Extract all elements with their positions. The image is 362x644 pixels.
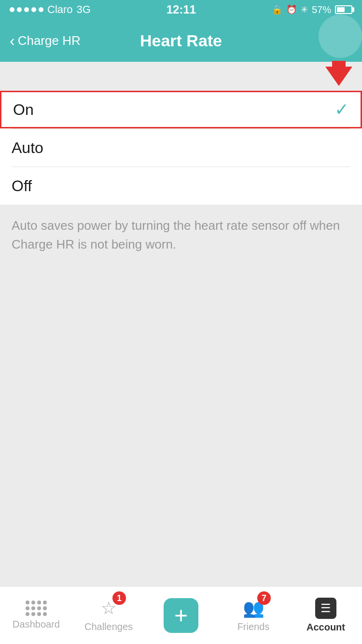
nav-bar: ‹ Charge HR Heart Rate xyxy=(0,19,362,62)
carrier-label: Claro xyxy=(47,3,73,16)
content-area xyxy=(0,266,362,622)
alarm-icon: ⏰ xyxy=(286,4,297,15)
status-right: 🔒 ⏰ ✳ 57% xyxy=(272,4,352,15)
bluetooth-icon: ✳ xyxy=(301,4,308,15)
option-auto[interactable]: Auto xyxy=(0,129,362,167)
back-label: Charge HR xyxy=(18,33,81,48)
down-arrow-icon xyxy=(325,67,352,86)
lock-icon: 🔒 xyxy=(272,4,282,15)
avatar xyxy=(319,14,362,58)
arrow-area xyxy=(0,62,362,91)
description-text: Auto saves power by turning the heart ra… xyxy=(12,216,350,254)
time-label: 12:11 xyxy=(167,3,196,16)
signal-dots xyxy=(10,7,43,12)
add-icon: + xyxy=(164,598,198,633)
tab-dashboard-label: Dashboard xyxy=(13,619,60,630)
option-on[interactable]: On ✓ xyxy=(0,91,362,128)
account-icon: ☰ xyxy=(315,598,336,619)
back-button[interactable]: ‹ Charge HR xyxy=(10,32,81,50)
friends-badge: 7 xyxy=(257,591,271,605)
options-list: On ✓ Auto Off xyxy=(0,91,362,205)
battery-label: 57% xyxy=(312,4,331,15)
tab-account-label: Account xyxy=(306,622,345,633)
tab-add[interactable]: + xyxy=(145,587,217,644)
status-left: Claro 3G xyxy=(10,3,91,16)
back-chevron-icon: ‹ xyxy=(10,32,15,50)
option-off-label: Off xyxy=(12,177,32,195)
tab-challenges-label: Challenges xyxy=(84,621,133,632)
battery-icon xyxy=(335,5,352,14)
dashboard-icon xyxy=(26,601,47,616)
tab-bar: Dashboard 1 ☆ Challenges + 7 👥 Friends ☰… xyxy=(0,586,362,644)
option-on-label: On xyxy=(13,101,34,119)
tab-challenges[interactable]: 1 ☆ Challenges xyxy=(72,587,145,644)
description-area: Auto saves power by turning the heart ra… xyxy=(0,205,362,266)
tab-friends-label: Friends xyxy=(237,621,270,632)
status-bar: Claro 3G 12:11 🔒 ⏰ ✳ 57% xyxy=(0,0,362,19)
checkmark-icon: ✓ xyxy=(334,99,349,120)
option-auto-label: Auto xyxy=(12,139,43,157)
tab-account[interactable]: ☰ Account xyxy=(290,587,362,644)
option-off[interactable]: Off xyxy=(0,167,362,205)
tab-dashboard[interactable]: Dashboard xyxy=(0,587,72,644)
page-title: Heart Rate xyxy=(140,31,222,50)
challenges-badge: 1 xyxy=(112,591,126,605)
network-label: 3G xyxy=(77,3,91,16)
tab-friends[interactable]: 7 👥 Friends xyxy=(217,587,290,644)
